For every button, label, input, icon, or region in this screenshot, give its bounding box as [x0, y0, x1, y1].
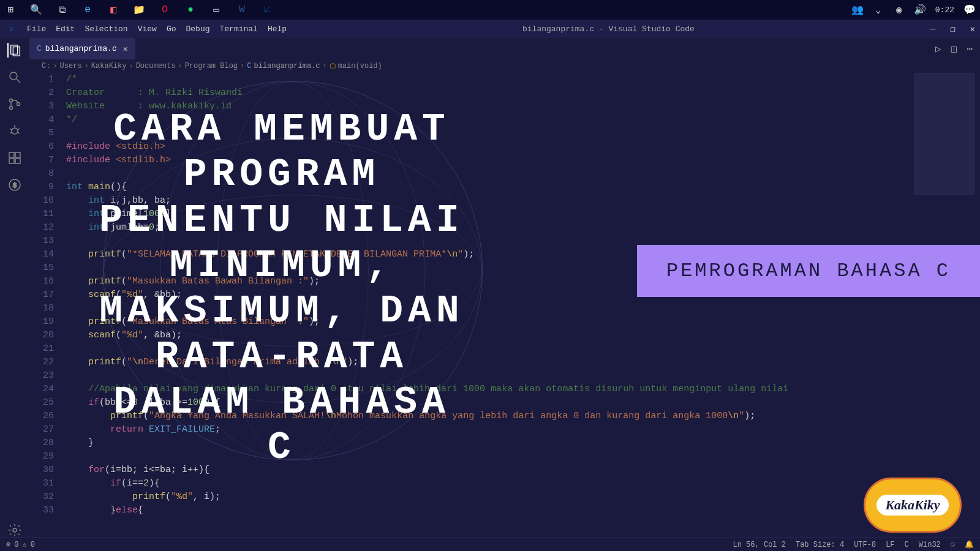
settings-gear-icon[interactable] — [7, 523, 22, 538]
clock[interactable]: 0:22 — [935, 6, 954, 15]
menu-selection[interactable]: Selection — [85, 24, 127, 34]
tab-bilanganprima[interactable]: C bilanganprima.c ✕ — [29, 38, 135, 59]
logo-text: KakaKiky — [876, 495, 948, 515]
svg-text:$: $ — [13, 182, 17, 189]
volume-icon[interactable]: 🔊 — [914, 4, 925, 15]
menu-terminal[interactable]: Terminal — [220, 24, 258, 34]
cursor-position[interactable]: Ln 56, Col 2 — [733, 541, 786, 549]
svg-rect-13 — [9, 152, 14, 157]
database-icon[interactable]: $ — [7, 178, 22, 192]
tab-size[interactable]: Tab Size: 4 — [796, 541, 844, 549]
error-icon[interactable]: ⊗ — [6, 540, 10, 549]
status-bar: ⊗0 ⚠0 Ln 56, Col 2 Tab Size: 4 UTF-8 LF … — [0, 538, 980, 551]
minimap[interactable] — [914, 73, 975, 195]
debug-icon[interactable] — [7, 124, 22, 138]
window-title: bilanganprima.c - Visual Studio Code — [287, 24, 930, 34]
tab-filename: bilanganprima.c — [45, 44, 117, 53]
task-view-icon[interactable]: ⧉ — [56, 4, 67, 15]
bell-icon[interactable]: 🔔 — [965, 540, 974, 549]
svg-point-4 — [10, 99, 13, 102]
close-icon[interactable]: ✕ — [970, 24, 975, 34]
whatsapp-icon[interactable]: ● — [185, 4, 196, 15]
line-gutter: 1234567891011121314151617181920212223242… — [29, 73, 66, 538]
menu-edit[interactable]: Edit — [56, 24, 75, 34]
minimize-icon[interactable]: ― — [930, 24, 935, 34]
source-control-icon[interactable] — [7, 97, 22, 111]
vscode-taskbar-icon[interactable]: ⟀ — [262, 4, 273, 15]
menu-debug[interactable]: Debug — [186, 24, 209, 34]
wifi-icon[interactable]: ◉ — [894, 4, 905, 15]
svg-line-11 — [10, 132, 12, 133]
menu-bar: File Edit Selection View Go Debug Termin… — [27, 24, 287, 34]
word-icon[interactable]: W — [236, 4, 247, 15]
eol[interactable]: LF — [886, 541, 894, 549]
channel-logo: KakaKiky — [864, 478, 962, 533]
language-mode[interactable]: C — [905, 541, 909, 549]
vscode-titlebar: ⟀ File Edit Selection View Go Debug Term… — [0, 20, 980, 38]
svg-rect-15 — [15, 159, 20, 163]
app-icon-2[interactable]: ▭ — [211, 4, 222, 15]
menu-go[interactable]: Go — [167, 24, 176, 34]
svg-rect-14 — [9, 159, 14, 163]
menu-help[interactable]: Help — [268, 24, 287, 34]
editor-tabs: C bilanganprima.c ✕ ▷ ◫ ⋯ — [29, 38, 980, 59]
extensions-icon[interactable] — [7, 151, 22, 165]
file-explorer-icon[interactable]: 📁 — [134, 4, 145, 15]
maximize-icon[interactable]: ❐ — [950, 24, 955, 34]
warning-icon[interactable]: ⚠ — [22, 540, 26, 549]
svg-point-19 — [13, 528, 17, 532]
overlay-title: CARA MEMBUAT PROGRAM PENENTU NILAI MINIM… — [86, 107, 478, 471]
svg-line-12 — [18, 132, 20, 133]
search-activity-icon[interactable] — [7, 70, 22, 84]
breadcrumb-function-icon: ⬡ — [330, 62, 336, 71]
svg-line-10 — [18, 129, 20, 130]
edge-icon[interactable]: e — [82, 4, 93, 15]
c-file-icon: C — [37, 44, 42, 53]
menu-view[interactable]: View — [138, 24, 157, 34]
windows-start-icon[interactable]: ⊞ — [5, 4, 16, 15]
search-icon[interactable]: 🔍 — [31, 4, 42, 15]
app-icon-1[interactable]: ◧ — [108, 4, 119, 15]
explorer-icon[interactable] — [7, 43, 22, 58]
people-icon[interactable]: 👥 — [852, 4, 863, 15]
opera-icon[interactable]: O — [159, 4, 170, 15]
split-editor-icon[interactable]: ◫ — [951, 43, 957, 55]
svg-line-9 — [10, 129, 12, 130]
activity-bar: $ — [0, 38, 29, 538]
chevron-up-icon[interactable]: ⌄ — [873, 4, 884, 15]
menu-file[interactable]: File — [27, 24, 46, 34]
os-indicator[interactable]: Win32 — [919, 541, 941, 549]
svg-point-2 — [10, 72, 17, 80]
svg-point-7 — [12, 128, 18, 134]
more-actions-icon[interactable]: ⋯ — [967, 43, 973, 55]
feedback-icon[interactable]: ☺ — [951, 541, 955, 549]
breadcrumb-file-icon: C — [247, 62, 251, 70]
encoding[interactable]: UTF-8 — [854, 541, 876, 549]
breadcrumb[interactable]: C:› Users› KakaKiky› Documents› Program … — [29, 59, 980, 73]
vscode-logo-icon: ⟀ — [5, 24, 20, 34]
svg-point-5 — [10, 107, 13, 110]
svg-point-6 — [17, 103, 20, 106]
notifications-icon[interactable]: 💬 — [964, 4, 975, 15]
run-icon[interactable]: ▷ — [935, 43, 941, 55]
overlay-badge: PEMROGRAMAN BAHASA C — [637, 245, 980, 297]
tab-close-icon[interactable]: ✕ — [123, 44, 128, 54]
windows-taskbar: ⊞ 🔍 ⧉ e ◧ 📁 O ● ▭ W ⟀ 👥 ⌄ ◉ 🔊 0:22 💬 — [0, 0, 980, 20]
svg-line-3 — [17, 79, 20, 83]
svg-rect-16 — [15, 152, 20, 157]
